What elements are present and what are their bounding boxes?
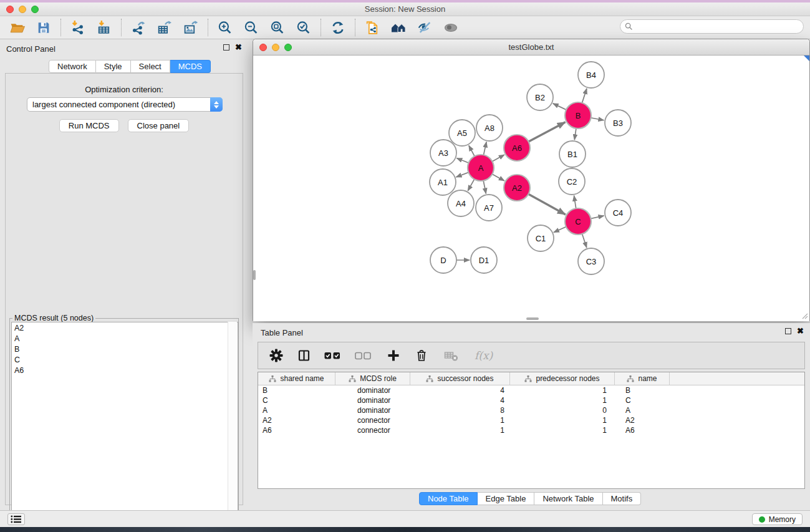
task-history-button[interactable]	[7, 513, 25, 525]
criterion-dropdown[interactable]: largest connected component (directed)	[27, 97, 223, 112]
node-B2[interactable]: B2	[527, 84, 553, 110]
network-hscrollbar-thumb[interactable]	[526, 317, 539, 320]
column-header-name[interactable]: name	[615, 372, 670, 385]
node-D[interactable]: D	[430, 247, 456, 273]
list-icon	[11, 515, 22, 523]
close-table-panel-icon[interactable]: ✖	[797, 328, 804, 334]
node-A2[interactable]: A2	[504, 175, 530, 201]
tab-mcds[interactable]: MCDS	[170, 60, 211, 73]
table-row[interactable]: Cdominator41C	[258, 395, 804, 405]
zoom-in-button[interactable]	[215, 18, 235, 37]
node-C4[interactable]: C4	[605, 200, 631, 226]
export-table-button[interactable]	[155, 18, 175, 37]
column-header-shared-name[interactable]: shared name	[258, 372, 335, 385]
unchecked-boxes-icon	[355, 351, 371, 360]
run-mcds-button[interactable]: Run MCDS	[59, 119, 119, 132]
delete-column-button[interactable]	[415, 349, 428, 362]
node-B[interactable]: B	[565, 102, 591, 128]
table-cell: C	[258, 396, 335, 405]
window-resize-grip[interactable]	[801, 312, 808, 319]
network-vscrollbar-thumb[interactable]	[253, 270, 256, 280]
tab-network[interactable]: Network	[49, 60, 96, 73]
float-panel-icon[interactable]	[223, 44, 229, 51]
svg-text:A7: A7	[484, 203, 494, 213]
svg-text:A: A	[478, 163, 484, 173]
result-list-scrollbar[interactable]	[228, 322, 237, 532]
hide-selected-button[interactable]	[415, 18, 435, 37]
add-column-button[interactable]	[387, 349, 400, 362]
duplicate-network-button[interactable]	[362, 18, 382, 37]
table-row[interactable]: Bdominator41B	[258, 385, 804, 395]
import-network-button[interactable]	[68, 18, 88, 37]
node-B1[interactable]: B1	[559, 141, 586, 167]
table-row[interactable]: A2connector11A2	[258, 415, 804, 425]
node-D1[interactable]: D1	[471, 247, 497, 273]
function-builder-button[interactable]: f(x)	[475, 349, 493, 362]
node-B3[interactable]: B3	[605, 110, 631, 136]
column-layout-button[interactable]	[297, 349, 311, 362]
mcds-result-item[interactable]: A	[12, 333, 238, 344]
column-header-MCDS-role[interactable]: MCDS role	[335, 372, 410, 385]
node-C2[interactable]: C2	[559, 168, 585, 195]
mcds-result-item[interactable]: C	[12, 354, 238, 365]
table-row[interactable]: Adominator80A	[258, 405, 804, 415]
table-cell: A	[258, 406, 335, 415]
search-input[interactable]	[620, 19, 804, 34]
node-A1[interactable]: A1	[430, 169, 456, 195]
refresh-button[interactable]	[328, 18, 348, 37]
memory-button[interactable]: Memory	[752, 513, 803, 525]
node-A8[interactable]: A8	[476, 115, 503, 141]
import-network-icon	[70, 20, 86, 36]
tab-style[interactable]: Style	[96, 60, 131, 73]
open-session-button[interactable]	[7, 18, 27, 37]
node-C1[interactable]: C1	[528, 225, 554, 251]
mcds-result-list[interactable]: A2ABCA6	[11, 322, 238, 532]
table-tab-node-table[interactable]: Node Table	[419, 492, 478, 505]
network-window-titlebar[interactable]: testGlobe.txt	[253, 39, 809, 56]
node-A[interactable]: A	[468, 155, 494, 181]
close-panel-button[interactable]: Close panel	[128, 119, 190, 132]
zoom-out-button[interactable]	[241, 18, 261, 37]
table-row[interactable]: A6connector11A6	[258, 425, 804, 435]
export-network-button[interactable]	[128, 18, 148, 37]
node-A6[interactable]: A6	[504, 135, 530, 161]
column-header-successor-nodes[interactable]: successor nodes	[410, 372, 510, 385]
zoom-fit-icon	[269, 20, 286, 36]
select-all-checks-button[interactable]	[324, 351, 340, 360]
deselect-checks-button[interactable]	[355, 351, 371, 360]
node-A7[interactable]: A7	[476, 195, 502, 221]
delete-table-button[interactable]	[444, 349, 459, 362]
svg-text:C1: C1	[536, 234, 546, 243]
table-tab-network-table[interactable]: Network Table	[534, 492, 602, 505]
column-header-predecessor-nodes[interactable]: predecessor nodes	[510, 372, 615, 385]
zoom-selected-button[interactable]	[294, 18, 314, 37]
node-A5[interactable]: A5	[449, 120, 475, 146]
svg-text:A3: A3	[438, 148, 448, 158]
show-hidden-button[interactable]	[441, 18, 461, 37]
svg-text:D: D	[440, 256, 446, 265]
node-C[interactable]: C	[565, 208, 591, 235]
node-B4[interactable]: B4	[578, 62, 604, 88]
table-cell: B	[615, 386, 670, 395]
table-tab-edge-table[interactable]: Edge Table	[478, 492, 535, 505]
mcds-result-item[interactable]: B	[12, 344, 238, 354]
table-options-button[interactable]	[269, 349, 283, 362]
mcds-result-item[interactable]: A6	[12, 365, 238, 375]
close-panel-icon[interactable]: ✖	[235, 44, 242, 51]
show-all-networks-button[interactable]	[388, 18, 408, 37]
node-A3[interactable]: A3	[430, 140, 456, 166]
node-A4[interactable]: A4	[448, 190, 474, 216]
birdseye-toggle-icon[interactable]	[804, 56, 809, 61]
network-canvas[interactable]: B4B2BB3A8A5A6B1A3AC2A1A2A4A7C4CC1C3DD1	[253, 56, 809, 321]
float-table-panel-icon[interactable]	[785, 328, 791, 334]
control-panel-header: Control Panel ✖	[0, 39, 248, 58]
table-tab-motifs[interactable]: Motifs	[603, 492, 642, 505]
zoom-fit-button[interactable]	[268, 18, 287, 37]
node-C3[interactable]: C3	[578, 248, 604, 274]
mcds-result-item[interactable]: A2	[12, 322, 238, 333]
export-image-button[interactable]	[181, 18, 201, 37]
import-table-button[interactable]	[94, 18, 114, 37]
tab-select[interactable]: Select	[131, 60, 170, 73]
mcds-result-group: MCDS result (5 nodes) A2ABCA6	[9, 318, 239, 532]
save-session-button[interactable]	[34, 18, 54, 37]
